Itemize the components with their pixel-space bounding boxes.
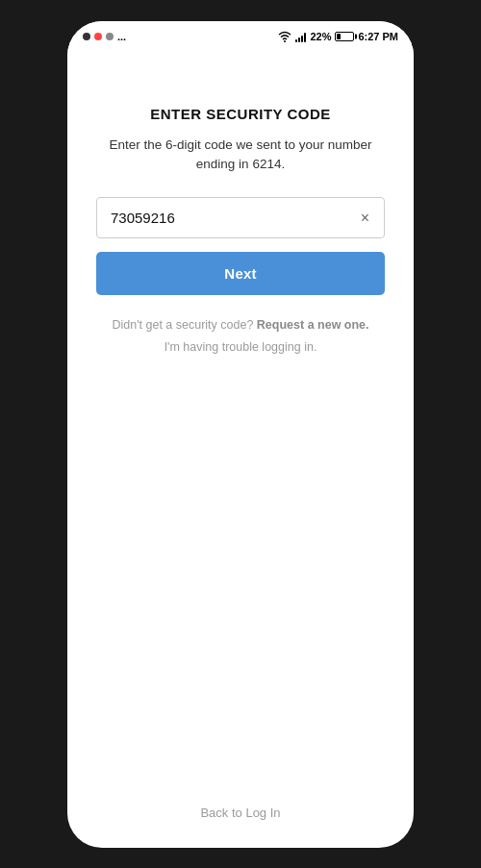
resend-label: Didn't get a security code? [112,318,253,332]
wifi-icon [278,31,291,42]
trouble-login-link[interactable]: I'm having trouble logging in. [112,336,368,359]
help-section: Didn't get a security code? Request a ne… [112,314,368,358]
back-to-login-button[interactable]: Back to Log In [200,806,280,820]
resend-text: Didn't get a security code? Request a ne… [112,314,368,336]
clear-button[interactable]: × [357,206,373,231]
status-left: ... [83,31,126,42]
request-new-link[interactable]: Request a new one. [257,318,369,332]
signal-icon [295,31,306,42]
dot-1 [83,33,90,40]
screen-content: ENTER SECURITY CODE Enter the 6-digit co… [67,48,414,804]
svg-point-0 [284,40,286,42]
code-input-wrapper: × [96,197,385,238]
phone-frame: ... 22% 6:27 PM ENTER SECURITY CODE [67,21,414,848]
clear-icon: × [361,210,369,227]
dot-2 [94,33,102,40]
status-right: 22% 6:27 PM [278,31,398,42]
next-button[interactable]: Next [96,252,385,295]
subtitle-text: Enter the 6-digit code we sent to your n… [96,136,385,175]
battery-icon [335,32,354,41]
status-bar: ... 22% 6:27 PM [67,21,414,48]
time: 6:27 PM [358,31,398,42]
code-input[interactable] [96,197,385,238]
bottom-area: Back to Log In [67,804,414,848]
status-dots-label: ... [117,31,126,42]
dot-3 [106,33,114,40]
battery-percent: 22% [310,31,331,42]
page-title: ENTER SECURITY CODE [150,106,331,122]
